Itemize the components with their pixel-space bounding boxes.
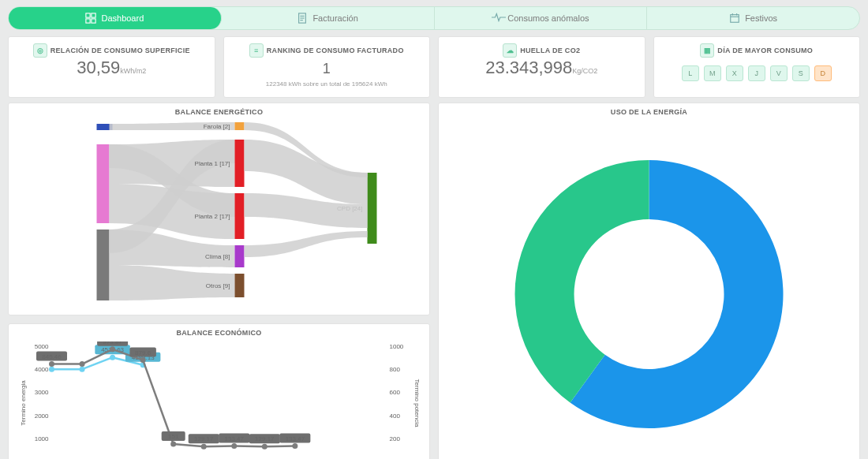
svg-rect-14: [97, 230, 110, 300]
svg-text:845.46: 845.46: [42, 353, 62, 360]
card-superficie: ◎RELACIÓN DE CONSUMO SUPERFICIE 30,59kWh…: [8, 36, 215, 98]
svg-line-67: [174, 444, 204, 446]
card-ranking-value: 1: [229, 61, 425, 77]
svg-text:Clima [8]: Clima [8]: [205, 253, 230, 260]
svg-text:Otros [9]: Otros [9]: [206, 282, 230, 289]
svg-text:800: 800: [390, 366, 401, 373]
svg-text:600: 600: [390, 389, 401, 396]
svg-text:Planta 2 [17]: Planta 2 [17]: [195, 213, 230, 220]
kpi-cards: ◎RELACIÓN DE CONSUMO SUPERFICIE 30,59kWh…: [8, 36, 860, 98]
donut-chart: [443, 121, 855, 449]
svg-point-80: [292, 443, 297, 449]
svg-text:129.17: 129.17: [255, 435, 275, 442]
svg-rect-1: [92, 13, 95, 17]
panel-ue-title: USO DE LA ENERGÍA: [443, 108, 855, 116]
calendar-icon: [729, 13, 740, 24]
card-dia-title: DÍA DE MAYOR CONSUMO: [717, 47, 813, 54]
day-button-L[interactable]: L: [682, 65, 699, 81]
day-button-V[interactable]: V: [770, 65, 788, 81]
svg-rect-15: [235, 122, 245, 130]
day-button-S[interactable]: S: [792, 65, 810, 81]
svg-text:Termino potencia: Termino potencia: [413, 379, 421, 427]
card-superficie-title: RELACIÓN DE CONSUMO SUPERFICIE: [51, 47, 190, 54]
svg-text:200: 200: [390, 435, 401, 442]
day-button-D[interactable]: D: [814, 65, 832, 81]
dashboard-icon: [85, 13, 96, 24]
svg-text:973.87: 973.87: [103, 341, 122, 345]
card-co2: ☁HUELLA DE CO2 23.343,998Kg/CO2: [438, 36, 645, 98]
svg-line-71: [204, 446, 234, 447]
card-superficie-unit: kWh/m2: [120, 67, 146, 75]
pulse-icon: [492, 13, 503, 24]
svg-text:Planta 1 [17]: Planta 1 [17]: [195, 160, 230, 167]
svg-text:151: 151: [168, 433, 179, 440]
svg-rect-25: [368, 173, 377, 244]
top-tabs: Dashboard Facturación Consumos anómalos …: [8, 6, 860, 30]
card-dia: ▦DÍA DE MAYOR CONSUMO LMXJVSD: [653, 36, 861, 98]
svg-text:4000: 4000: [35, 366, 49, 373]
day-button-J[interactable]: J: [748, 65, 765, 81]
list-icon: ≡: [249, 43, 264, 58]
svg-line-42: [82, 357, 113, 369]
svg-line-75: [234, 446, 265, 447]
svg-text:879.6: 879.6: [135, 349, 152, 356]
card-ranking-sub: 122348 kWh sobre un total de 195624 kWh: [229, 80, 425, 88]
panel-be-title: BALANCE ENERGÉTICO: [13, 108, 425, 116]
card-ranking-title: RANKING DE CONSUMO FACTURADO: [267, 47, 404, 54]
tab-festivos-label: Festivos: [745, 13, 777, 23]
card-co2-unit: Kg/CO2: [572, 67, 597, 75]
svg-rect-0: [86, 13, 90, 17]
svg-rect-23: [235, 274, 245, 297]
svg-text:2000: 2000: [35, 412, 49, 420]
card-co2-title: HUELLA DE CO2: [520, 47, 580, 54]
tab-consumos[interactable]: Consumos anómalos: [435, 7, 648, 29]
panel-balance-economico: BALANCE ECONÓMICO 1000200030004000500020…: [8, 323, 430, 459]
svg-rect-2: [86, 19, 90, 23]
svg-text:Farola [2]: Farola [2]: [204, 123, 230, 130]
tab-consumos-label: Consumos anómalos: [507, 13, 589, 23]
panel-balance-energetico: BALANCE ENERGÉTICO Farola [2]Planta 1 [1…: [8, 103, 430, 315]
svg-text:133.47: 133.47: [225, 435, 245, 442]
svg-rect-17: [235, 140, 245, 187]
svg-text:400: 400: [390, 412, 401, 420]
tab-facturacion-label: Facturación: [312, 13, 357, 23]
tab-dashboard[interactable]: Dashboard: [9, 7, 222, 29]
svg-rect-13: [97, 144, 110, 223]
svg-text:129.17: 129.17: [194, 435, 214, 442]
cloud-icon: ☁: [503, 43, 517, 58]
calendar-small-icon: ▦: [700, 43, 714, 58]
svg-text:5000: 5000: [35, 343, 49, 350]
panel-uso-energia: USO DE LA ENERGÍA: [438, 103, 860, 459]
sankey-chart: Farola [2]Planta 1 [17]Planta 2 [17]Clim…: [13, 121, 425, 300]
svg-text:1000: 1000: [35, 435, 49, 442]
svg-text:3000: 3000: [35, 389, 49, 396]
card-ranking: ≡RANKING DE CONSUMO FACTURADO 1 122348 k…: [223, 36, 431, 98]
tab-dashboard-label: Dashboard: [101, 13, 144, 23]
tab-facturacion[interactable]: Facturación: [222, 7, 435, 29]
svg-rect-8: [731, 15, 739, 23]
day-button-M[interactable]: M: [704, 65, 721, 81]
svg-rect-3: [92, 19, 95, 23]
svg-rect-19: [235, 193, 245, 239]
svg-text:Termino energia: Termino energia: [20, 380, 27, 426]
card-co2-value: 23.343,998: [485, 58, 572, 77]
svg-line-79: [264, 446, 295, 447]
svg-text:1000: 1000: [390, 343, 404, 350]
day-button-X[interactable]: X: [726, 65, 743, 81]
invoice-icon: [297, 13, 308, 24]
svg-rect-21: [235, 245, 245, 267]
line-chart: 100020003000400050002004006008001000Term…: [13, 341, 425, 459]
card-superficie-value: 30,59: [77, 58, 120, 77]
tab-festivos[interactable]: Festivos: [647, 7, 859, 29]
target-icon: ◎: [33, 43, 47, 58]
panel-bec-title: BALANCE ECONÓMICO: [13, 329, 425, 337]
svg-text:133.47: 133.47: [286, 435, 305, 442]
